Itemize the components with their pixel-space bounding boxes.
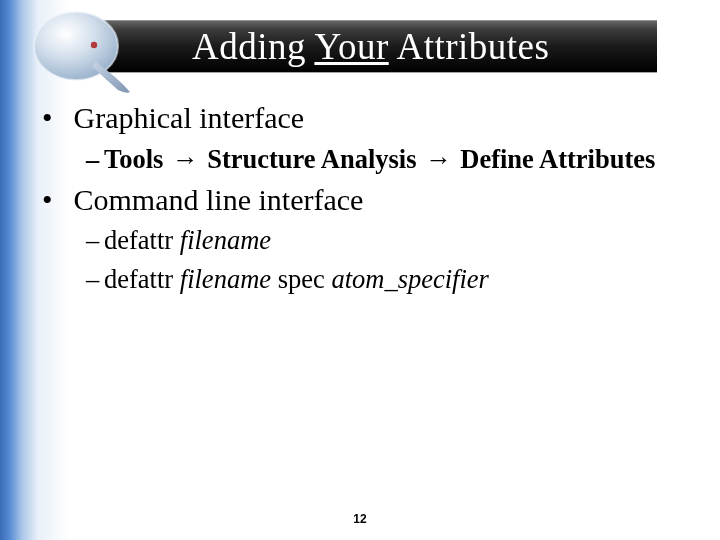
title-word-2: Your xyxy=(314,26,388,67)
cmd-example-1: –defattr filename xyxy=(86,224,687,257)
title-bar: Adding Your Attributes xyxy=(102,20,657,72)
slide-content: Graphical interface –Tools → Structure A… xyxy=(42,94,687,303)
page-number: 12 xyxy=(0,512,720,526)
cmd-example-2: –defattr filename spec atom_specifier xyxy=(86,263,687,296)
menu-path: –Tools → Structure Analysis → Define Att… xyxy=(86,143,687,176)
title-word-3: Attributes xyxy=(396,26,549,67)
svg-point-2 xyxy=(91,42,97,48)
bullet-graphical-interface: Graphical interface xyxy=(42,100,687,137)
slide: Adding Your Attributes Graphical interfa… xyxy=(0,0,720,540)
slide-title: Adding Your Attributes xyxy=(192,25,549,68)
title-word-1: Adding xyxy=(192,26,306,67)
bullet-command-line: Command line interface xyxy=(42,182,687,219)
